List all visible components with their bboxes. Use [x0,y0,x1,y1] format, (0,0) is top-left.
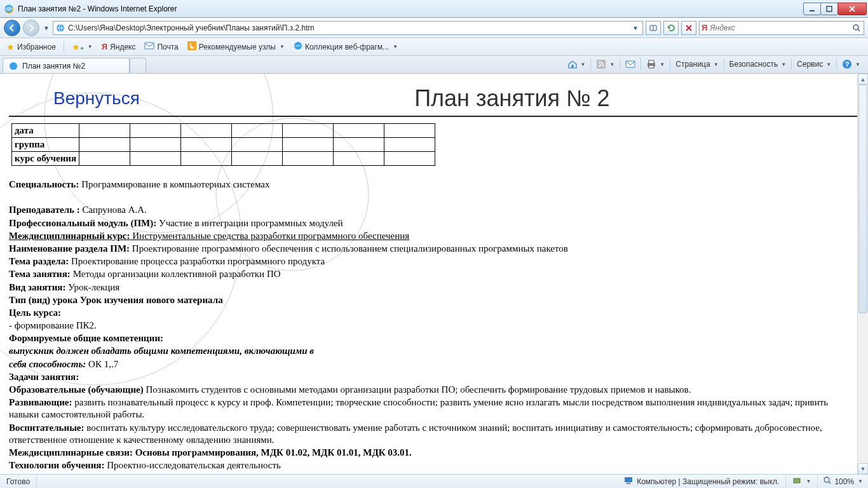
tools-menu[interactable]: Сервис▼ [794,58,834,70]
page-menu[interactable]: Страница▼ [673,58,721,70]
svg-rect-7 [145,43,154,49]
chevron-down-icon: ▼ [88,44,93,50]
scroll-up-button[interactable]: ▲ [858,74,868,85]
interdisciplinary-links: Междисциплинарные связи: Основы программ… [9,447,412,458]
edu-label: Образовательные (обучающие) [9,384,144,395]
search-box[interactable]: Я [699,21,864,35]
webslice-icon [294,41,302,52]
fav-yandex[interactable]: ЯЯндекс [99,41,139,53]
safety-menu[interactable]: Безопасность▼ [727,58,789,70]
rss-icon [596,59,606,69]
new-tab-button[interactable] [130,58,146,73]
maximize-button[interactable] [820,3,838,15]
stop-button[interactable] [681,21,696,35]
scroll-down-button[interactable]: ▼ [858,463,868,474]
lesson-topic-label: Тема занятия: [9,269,71,279]
minimize-button[interactable] [803,3,821,15]
status-zone: Компьютер | Защищенный режим: выкл. [617,475,786,488]
url-input[interactable] [68,22,628,34]
scroll-track[interactable] [858,85,868,463]
status-ready: Готово [0,475,37,488]
svg-rect-14 [626,61,635,67]
feeds-button[interactable]: ▼ [593,58,617,71]
tab-active[interactable]: План занятия №2 [3,58,130,73]
lesson-kind-label: Вид занятия: [9,282,65,292]
tech-value: Проектно-исследовательская деятельность [104,460,280,470]
star-icon: ★ [6,42,15,52]
vertical-scrollbar[interactable]: ▲ ▼ [857,74,868,474]
zoom-control[interactable]: 100% ▼ [818,476,868,487]
address-bar[interactable]: ▾ [53,21,643,35]
fav-mail[interactable]: Почта [142,41,180,53]
close-button[interactable] [837,3,867,15]
upbringing-label: Воспитательные: [9,423,85,433]
search-go-icon[interactable] [851,23,862,33]
document-content: Вернуться План занятия № 2 дата группа к… [0,74,868,474]
mail-icon [625,59,635,69]
bing-icon [187,41,196,52]
nav-history-dropdown[interactable]: ▾ [42,21,50,35]
mail-icon [144,42,154,51]
fav-recommended[interactable]: Рекомендуемые узлы▼ [185,40,287,53]
forward-button[interactable] [23,20,39,36]
meta-table: дата группа курс обучения [11,123,435,166]
add-favorite-button[interactable]: ★₊▼ [69,41,95,53]
competencies-line2: себя способность: [9,359,86,369]
mdk-value: Инструментальные средства разработки про… [130,231,410,241]
computer-icon [623,476,634,487]
home-button[interactable]: ▼ [565,58,588,71]
tools-label: Сервис [797,60,823,69]
help-icon: ? [842,59,852,69]
svg-rect-11 [571,65,573,68]
back-link[interactable]: Вернуться [53,88,140,109]
fav-webfrag-label: Коллекция веб-фрагм... [305,43,389,51]
status-addons[interactable]: ▼ [786,475,818,488]
chevron-down-icon: ▼ [781,62,786,67]
table-row: дата [12,124,435,138]
help-button[interactable]: ?▼ [839,58,863,71]
address-dropdown-icon[interactable]: ▾ [630,23,641,33]
fav-webfragments[interactable]: Коллекция веб-фрагм...▼ [291,40,400,53]
chevron-down-icon: ▼ [806,478,811,484]
chevron-down-icon: ▼ [280,44,285,50]
chevron-down-icon: ▼ [581,62,586,67]
yandex-icon: Я [702,23,707,32]
separator [64,41,64,53]
tech-label: Технологии обучения: [9,460,104,470]
window-titlebar: План занятия №2 - Windows Internet Explo… [0,0,868,18]
ie-icon [4,4,14,14]
favorites-button[interactable]: ★Избранное [4,41,58,53]
read-mail-button[interactable] [623,58,638,71]
pm-label: Профессиональный модуль (ПМ): [9,218,156,228]
svg-point-13 [599,65,600,67]
favorites-bar: ★Избранное ★₊▼ ЯЯндекс Почта Рекомендуем… [0,38,868,56]
section-name-label: Наименование раздела ПМ: [9,243,130,254]
spec-value: Программирование в компьютерных системах [79,179,270,189]
row-label: курс обучения [12,152,79,166]
chevron-down-icon: ▼ [609,62,614,67]
print-button[interactable]: ▼ [644,58,667,71]
fav-yandex-label: Яндекс [110,43,135,51]
tab-strip: План занятия №2 ▼ ▼ ▼ Страница▼ Безопасн… [0,56,868,74]
compat-view-button[interactable] [646,21,661,35]
page-icon [55,23,65,33]
divider [9,116,859,117]
tab-title: План занятия №2 [22,62,85,71]
ie-icon [8,61,18,71]
search-input[interactable] [710,24,849,32]
scroll-thumb[interactable] [858,85,867,313]
status-bar: Готово Компьютер | Защищенный режим: вык… [0,474,868,488]
back-button[interactable] [4,20,20,36]
teacher-label: Преподаватель : [9,205,80,215]
print-icon [646,59,656,69]
section-topic-label: Тема раздела: [9,256,69,266]
row-label: группа [12,138,79,152]
chevron-down-icon: ▼ [660,62,665,67]
favorites-label: Избранное [17,43,56,51]
goal-value: - формирование ПК2. [9,320,97,330]
dev-label: Развивающие: [9,397,72,407]
row-label: дата [12,124,79,138]
refresh-button[interactable] [663,21,679,35]
chevron-down-icon: ▼ [714,62,719,67]
zoom-value: 100% [834,477,854,486]
